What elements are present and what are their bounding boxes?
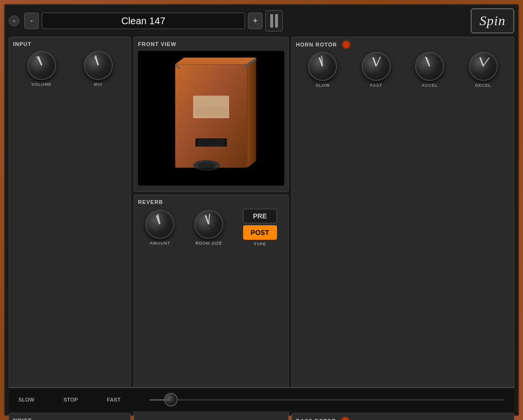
horn-accel-label: ACCEL: [422, 83, 438, 88]
preset-name-display: Clean 147: [42, 13, 245, 29]
header-controls: ● - Clean 147 +: [9, 10, 283, 31]
svg-rect-11: [198, 144, 225, 146]
horn-decel-knob[interactable]: [469, 52, 498, 81]
horn-accel-container: ACCEL: [415, 52, 444, 88]
bass-rotor-title: BASS ROTOR: [296, 418, 336, 420]
svg-rect-6: [196, 98, 227, 105]
noise-title: NOISE: [13, 418, 126, 420]
svg-rect-9: [198, 140, 225, 141]
pause-bar-right: [275, 14, 278, 28]
transport-fill: [150, 399, 169, 401]
cabinet-svg: [158, 55, 264, 181]
header: ● - Clean 147 + Spin: [9, 9, 514, 33]
left-column: INPUT VOLUME MIX NOISE: [9, 37, 131, 410]
reverb-amount-knob[interactable]: [145, 210, 174, 239]
horn-fast-container: FAST: [362, 52, 391, 88]
mix-knob-container: MIX: [84, 51, 113, 87]
svg-rect-7: [196, 107, 227, 116]
horn-fast-label: FAST: [370, 83, 382, 88]
reverb-pre-button[interactable]: PRE: [243, 209, 277, 223]
horn-slow-knob[interactable]: [308, 52, 337, 81]
bass-rotor-header: BASS ROTOR: [296, 418, 510, 420]
main-layout: INPUT VOLUME MIX NOISE: [9, 37, 514, 410]
reverb-title: REVERB: [138, 199, 284, 205]
svg-marker-1: [175, 58, 256, 64]
reverb-amount-label: AMOUNT: [150, 241, 170, 246]
reverb-amount-container: AMOUNT: [145, 210, 174, 246]
transport-bar: SLOW STOP FAST: [9, 387, 514, 411]
volume-knob-container: VOLUME: [27, 51, 56, 87]
horn-rotor-status-indicator: [343, 41, 350, 48]
pause-button[interactable]: [265, 10, 283, 31]
volume-knob[interactable]: [27, 51, 56, 80]
svg-point-14: [175, 168, 247, 175]
horn-decel-container: DECEL: [469, 52, 498, 88]
frontview-panel: FRONT VIEW: [134, 37, 289, 192]
preset-prev-button[interactable]: -: [24, 13, 39, 29]
horn-rotor-title: HORN ROTOR: [296, 42, 337, 47]
horn-decel-label: DECEL: [475, 83, 491, 88]
slow-label: SLOW: [18, 397, 34, 403]
reverb-type-area: PRE POST TYPE: [243, 209, 277, 247]
spin-logo: Spin: [471, 8, 514, 33]
pause-bar-left: [270, 14, 273, 28]
frontview-display: [138, 51, 284, 186]
input-panel: INPUT VOLUME MIX: [9, 37, 131, 410]
circle-button[interactable]: ●: [9, 16, 19, 26]
bass-rotor-panel: BASS ROTOR SLOW FAST: [292, 413, 514, 420]
horn-rotor-knobs: SLOW FAST ACCEL DECEL: [296, 52, 510, 88]
horn-rotor-panel: HORN ROTOR SLOW FAST: [292, 37, 514, 410]
input-title: INPUT: [13, 41, 126, 47]
horn-slow-label: SLOW: [316, 83, 330, 88]
noise-panel: NOISE HISS & HUM MOTOR: [9, 413, 131, 420]
stop-label: STOP: [63, 397, 78, 403]
frontview-title: FRONT VIEW: [138, 41, 284, 47]
reverb-roomsize-container: ROOM SIZE: [194, 210, 223, 246]
reverb-panel: REVERB AMOUNT ROOM SIZE PRE POST: [134, 195, 289, 420]
bass-rotor-status-indicator: [342, 418, 349, 420]
mix-label: MIX: [94, 82, 103, 87]
right-column: HORN ROTOR SLOW FAST: [292, 37, 514, 410]
reverb-roomsize-knob[interactable]: [194, 210, 223, 239]
horn-rotor-header: HORN ROTOR: [296, 41, 510, 48]
mid-column: FRONT VIEW: [134, 37, 289, 410]
mix-knob[interactable]: [84, 51, 113, 80]
horn-accel-knob[interactable]: [415, 52, 444, 81]
horn-fast-knob[interactable]: [362, 52, 391, 81]
reverb-post-button[interactable]: POST: [243, 225, 277, 240]
svg-rect-10: [198, 142, 225, 143]
input-knobs: VOLUME MIX: [13, 51, 126, 87]
preset-next-button[interactable]: +: [248, 13, 262, 29]
transport-track: [150, 399, 505, 401]
fast-label: FAST: [107, 397, 121, 403]
svg-marker-2: [247, 58, 256, 168]
reverb-roomsize-label: ROOM SIZE: [195, 241, 222, 246]
volume-label: VOLUME: [31, 82, 52, 87]
outer-frame: ● - Clean 147 + Spin INPUT: [0, 0, 523, 420]
reverb-type-label: TYPE: [254, 242, 266, 247]
inner-frame: ● - Clean 147 + Spin INPUT: [4, 4, 519, 416]
horn-slow-container: SLOW: [308, 52, 337, 88]
